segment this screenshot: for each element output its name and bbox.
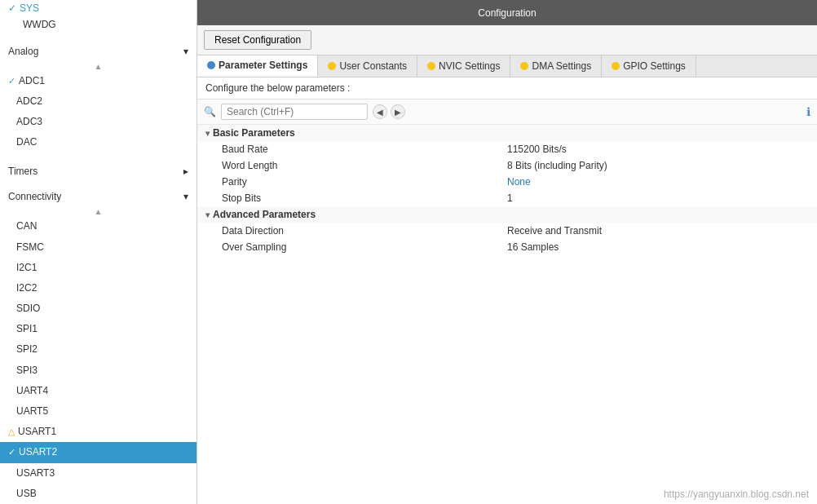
config-header: Configuration [197,0,817,25]
sidebar-item-spi3[interactable]: SPI3 [0,360,197,381]
tab-nvic-settings[interactable]: NVIC Settings [417,55,510,77]
check-icon: ✓ [8,2,16,14]
chevron-right-icon: ▸ [183,166,188,177]
sidebar-item-label: UART4 [16,385,48,396]
tab-gpio-settings[interactable]: GPIO Settings [602,55,696,77]
reset-configuration-button[interactable]: Reset Configuration [204,30,311,50]
params-tree: ▾ Basic Parameters Baud Rate 115200 Bits… [197,125,817,255]
param-name: Baud Rate [222,144,507,155]
param-value: 16 Samples [507,241,559,253]
sidebar-item-label: SYS [20,2,39,14]
sidebar-item-label: WWDG [23,19,56,30]
config-area: Configure the below parameters : 🔍 ◀ ▶ ℹ… [197,77,817,504]
sidebar-item-dac[interactable]: DAC [0,132,197,153]
param-name: Data Direction [222,225,507,237]
sidebar-item-label: I2C1 [16,262,37,273]
sidebar-item-uart4[interactable]: UART4 [0,381,197,401]
search-actions: ◀ ▶ [373,104,405,119]
param-name: Parity [222,176,507,188]
sidebar-item-sdio[interactable]: SDIO [0,298,197,319]
sidebar-item-label: CAN [16,220,37,232]
section-label: Connectivity [8,191,61,202]
tab-label: GPIO Settings [623,60,686,72]
search-bar: 🔍 ◀ ▶ ℹ [197,99,817,125]
tab-label: DMA Settings [532,60,591,72]
tab-dot-icon [520,62,528,70]
tab-label: User Constants [339,60,407,72]
sidebar-item-adc2[interactable]: ADC2 [0,91,197,112]
sidebar-item-fsmc[interactable]: FSMC [0,237,197,258]
config-title: Configuration [478,7,536,19]
sidebar-item-label: USB [16,488,37,499]
collapse-icon: ▾ [205,210,210,219]
basic-parameters-section[interactable]: ▾ Basic Parameters [197,125,817,141]
sidebar-item-adc1[interactable]: ✓ ADC1 [0,71,197,91]
search-prev-button[interactable]: ◀ [373,104,387,119]
sidebar-item-usart3[interactable]: USART3 [0,463,197,484]
param-value: 8 Bits (including Parity) [507,160,607,171]
tab-parameter-settings[interactable]: Parameter Settings [197,55,318,77]
scroll-up-button[interactable]: ▲ [0,62,197,71]
sidebar-item-label: SDIO [16,303,40,314]
sidebar-item-label: I2C2 [16,282,37,294]
sidebar-item-uart5[interactable]: UART5 [0,401,197,422]
param-value: None [507,176,531,188]
info-button[interactable]: ℹ [806,105,810,118]
sidebar-item-label: USART2 [19,444,57,460]
sidebar-item-label: ADC2 [16,95,42,107]
tab-bar: Parameter Settings User Constants NVIC S… [197,55,817,77]
tab-user-constants[interactable]: User Constants [318,55,417,77]
section-label: Analog [8,46,38,57]
sidebar-item-spi1[interactable]: SPI1 [0,319,197,339]
param-name: Stop Bits [222,192,507,204]
sidebar-item-i2c2[interactable]: I2C2 [0,278,197,298]
param-row-parity: Parity None [197,174,817,190]
section-label: Timers [8,166,38,177]
sidebar-item-wwdg[interactable]: WWDG [0,16,197,33]
sidebar-section-connectivity[interactable]: Connectivity ▾ [0,186,197,207]
check-icon: ✓ [8,74,15,89]
warning-icon: △ [8,425,15,440]
sidebar-item-label: USART3 [16,467,55,479]
sidebar-item-sys[interactable]: ✓ SYS [0,0,197,16]
sidebar-item-can[interactable]: CAN [0,216,197,237]
advanced-parameters-section[interactable]: ▾ Advanced Parameters [197,206,817,223]
param-name: Word Length [222,160,507,171]
chevron-down-icon: ▾ [183,191,188,202]
tab-label: NVIC Settings [439,60,500,72]
sidebar-section-timers[interactable]: Timers ▸ [0,161,197,182]
connectivity-scroll-up[interactable]: ▲ [0,207,197,216]
tab-dma-settings[interactable]: DMA Settings [510,55,602,77]
tab-dot-icon [207,61,215,69]
param-row-baud-rate: Baud Rate 115200 Bits/s [197,141,817,157]
sidebar: ✓ SYS WWDG Analog ▾ ▲ ✓ ADC1 ADC2 ADC3 D… [0,0,197,504]
param-value: 115200 Bits/s [507,144,567,155]
param-value: Receive and Transmit [507,225,602,237]
sidebar-item-adc3[interactable]: ADC3 [0,112,197,132]
sidebar-item-label: USART1 [18,424,56,440]
sidebar-item-label: DAC [16,136,37,148]
sidebar-item-label: UART5 [16,405,48,417]
sidebar-item-usart1[interactable]: △ USART1 [0,422,197,442]
sidebar-section-analog[interactable]: Analog ▾ [0,41,197,62]
param-name: Over Sampling [222,241,507,253]
tab-dot-icon [328,62,336,70]
sidebar-item-usart2[interactable]: ✓ USART2 [0,442,197,462]
sidebar-item-label: SPI1 [16,323,38,334]
sidebar-item-i2c1[interactable]: I2C1 [0,258,197,278]
main-panel: Configuration Reset Configuration Parame… [197,0,817,504]
param-row-word-length: Word Length 8 Bits (including Parity) [197,157,817,174]
sidebar-item-label: ADC1 [19,73,45,89]
search-next-button[interactable]: ▶ [391,104,405,119]
param-value: 1 [507,192,513,204]
sidebar-item-spi2[interactable]: SPI2 [0,339,197,360]
sidebar-item-usb[interactable]: USB [0,484,197,504]
chevron-down-icon: ▾ [183,46,188,57]
collapse-icon: ▾ [205,129,210,138]
section-title: Basic Parameters [213,127,295,139]
search-input[interactable] [221,104,368,120]
tab-label: Parameter Settings [219,60,307,71]
param-row-stop-bits: Stop Bits 1 [197,190,817,206]
section-title: Advanced Parameters [213,209,316,220]
search-icon: 🔍 [204,106,216,117]
